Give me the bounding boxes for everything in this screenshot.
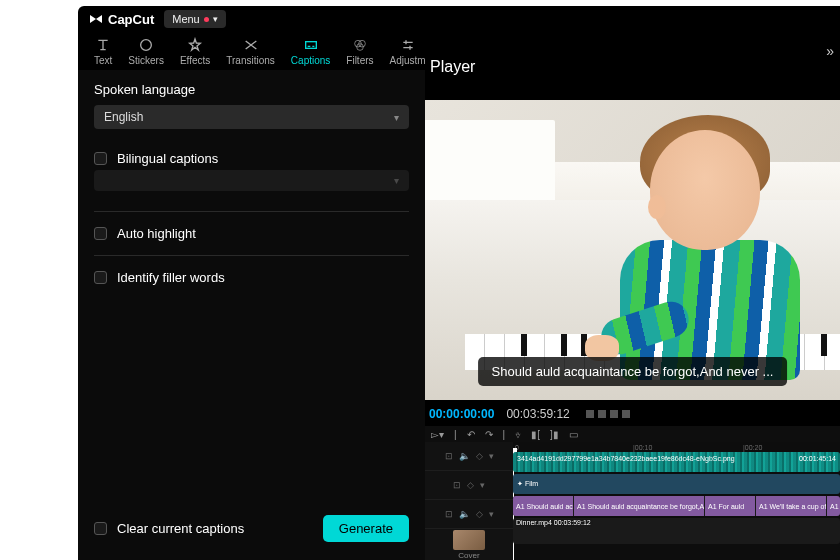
captions-track[interactable]: A1 Should auld acqua A1 Should auld acqu… xyxy=(513,496,840,516)
menu-button[interactable]: Menu ▾ xyxy=(164,10,226,28)
timeline-toolbar: ▻▾ | ↶ ↷ | ⎀ ▮[ ]▮ ▭ xyxy=(425,426,840,442)
tab-filters[interactable]: Filters xyxy=(338,37,381,66)
divider xyxy=(94,255,409,256)
visibility-icon: ◇ xyxy=(476,509,483,519)
split-icon[interactable]: ⎀ xyxy=(515,429,521,440)
tab-label: Effects xyxy=(180,55,210,66)
text-icon xyxy=(95,37,111,53)
delete-icon[interactable]: ▭ xyxy=(569,429,578,440)
auto-highlight-label: Auto highlight xyxy=(117,226,196,241)
time-ruler[interactable]: 0 |00:10 |00:20 xyxy=(513,442,840,452)
tab-label: Captions xyxy=(291,55,330,66)
svg-point-0 xyxy=(141,39,152,50)
current-timecode: 00:00:00:00 xyxy=(429,407,494,421)
tab-stickers[interactable]: Stickers xyxy=(120,37,172,66)
checkbox-icon[interactable] xyxy=(94,152,107,165)
fx-clip-label: ✦ Film xyxy=(517,480,538,488)
bilingual-label: Bilingual captions xyxy=(117,151,218,166)
redo-icon[interactable]: ↷ xyxy=(485,429,493,440)
stickers-icon xyxy=(138,37,154,53)
mute-icon: 🔈 xyxy=(459,509,470,519)
captions-icon xyxy=(303,37,319,53)
tab-transitions[interactable]: Transitions xyxy=(218,37,283,66)
lock-icon: ⊡ xyxy=(445,509,453,519)
clear-captions-option[interactable]: Clear current captions xyxy=(94,521,244,536)
track-header-audio[interactable]: ⊡🔈◇▾ xyxy=(425,442,513,471)
checkbox-icon[interactable] xyxy=(94,227,107,240)
adjustment-icon xyxy=(400,37,416,53)
undo-icon[interactable]: ↶ xyxy=(467,429,475,440)
bilingual-language-select[interactable]: ▾ xyxy=(94,170,409,191)
auto-highlight-option[interactable]: Auto highlight xyxy=(94,218,409,249)
caption-segment[interactable]: A1 Should auld acqua xyxy=(513,496,573,516)
captions-panel: Spoken language English ▾ Bilingual capt… xyxy=(78,70,425,560)
language-select[interactable]: English ▾ xyxy=(94,105,409,129)
cover-cell[interactable]: Cover xyxy=(425,529,513,560)
timeline-tracks[interactable]: 0 |00:10 |00:20 3414ad4191dd297799e1a34b… xyxy=(513,442,840,560)
filler-words-option[interactable]: Identify filler words xyxy=(94,262,409,293)
mute-icon: 🔈 xyxy=(459,451,470,461)
track-header-captions[interactable]: ⊡🔈◇▾ xyxy=(425,500,513,529)
caption-segment[interactable]: A1 For auld xyxy=(705,496,755,516)
filler-words-label: Identify filler words xyxy=(117,270,225,285)
cover-thumbnail xyxy=(453,530,485,550)
caption-segment[interactable]: A1 We'll take a cup of xyxy=(756,496,826,516)
video-preview[interactable]: Should auld acquaintance be forgot,And n… xyxy=(425,100,840,400)
duration-timecode: 00:03:59:12 xyxy=(506,407,569,421)
track-header-fx[interactable]: ⊡◇▾ xyxy=(425,471,513,500)
video-track[interactable]: Dinner.mp4 00:03:59:12 xyxy=(513,518,840,544)
video-clip-name: Dinner.mp4 00:03:59:12 xyxy=(516,519,591,526)
tab-label: Transitions xyxy=(226,55,275,66)
tab-label: Filters xyxy=(346,55,373,66)
tab-text[interactable]: Text xyxy=(86,37,120,66)
divider: | xyxy=(454,429,457,440)
notification-dot-icon xyxy=(204,17,209,22)
chevron-down-icon: ▾ xyxy=(394,175,399,186)
tab-label: Stickers xyxy=(128,55,164,66)
visibility-icon: ◇ xyxy=(476,451,483,461)
transitions-icon xyxy=(243,37,259,53)
layout-toggle[interactable] xyxy=(586,410,630,418)
tab-captions[interactable]: Captions xyxy=(283,37,338,66)
spoken-language-label: Spoken language xyxy=(94,82,409,97)
cover-label: Cover xyxy=(458,551,479,560)
filters-icon xyxy=(352,37,368,53)
checkbox-icon[interactable] xyxy=(94,522,107,535)
ruler-tick: |00:20 xyxy=(743,444,762,451)
app-logo: CapCut xyxy=(88,11,154,27)
visibility-icon: ◇ xyxy=(467,480,474,490)
svg-rect-1 xyxy=(305,41,316,48)
trim-right-icon[interactable]: ]▮ xyxy=(550,429,559,440)
pointer-tool-icon[interactable]: ▻▾ xyxy=(431,429,444,440)
menu-label: Menu xyxy=(172,13,200,25)
audio-clip-name: 3414ad4191dd297799e1a34b7840e232baee19fe… xyxy=(517,455,735,462)
language-value: English xyxy=(104,110,143,124)
tab-effects[interactable]: Effects xyxy=(172,37,218,66)
caption-segment[interactable]: A1 And he xyxy=(827,496,840,516)
player-panel-title: Player xyxy=(430,58,475,76)
caption-segment[interactable]: A1 Should auld acquaintance be forgot,An… xyxy=(574,496,704,516)
tab-adjustment[interactable]: Adjustm xyxy=(382,37,434,66)
caption-overlay: Should auld acquaintance be forgot,And n… xyxy=(478,357,788,386)
checkbox-icon[interactable] xyxy=(94,271,107,284)
clear-captions-label: Clear current captions xyxy=(117,521,244,536)
divider xyxy=(94,211,409,212)
effects-track[interactable]: ✦ Film xyxy=(513,474,840,494)
track-headers: ⊡🔈◇▾ ⊡◇▾ ⊡🔈◇▾ Cover xyxy=(425,442,513,560)
more-tabs-icon[interactable]: » xyxy=(826,43,834,59)
lock-icon: ⊡ xyxy=(453,480,461,490)
capcut-logo-icon xyxy=(88,11,104,27)
divider: | xyxy=(503,429,506,440)
audio-track[interactable]: 3414ad4191dd297799e1a34b7840e232baee19fe… xyxy=(513,452,840,472)
timecode-row: 00:00:00:00 00:03:59:12 xyxy=(425,404,840,424)
preview-image xyxy=(425,100,840,400)
tab-label: Adjustm xyxy=(390,55,426,66)
lock-icon: ⊡ xyxy=(445,451,453,461)
effects-icon xyxy=(187,37,203,53)
tab-label: Text xyxy=(94,55,112,66)
generate-button[interactable]: Generate xyxy=(323,515,409,542)
app-name: CapCut xyxy=(108,12,154,27)
trim-left-icon[interactable]: ▮[ xyxy=(531,429,540,440)
ruler-tick: |00:10 xyxy=(633,444,652,451)
timeline: ⊡🔈◇▾ ⊡◇▾ ⊡🔈◇▾ Cover 0 |00:10 |00:20 3414… xyxy=(425,442,840,560)
